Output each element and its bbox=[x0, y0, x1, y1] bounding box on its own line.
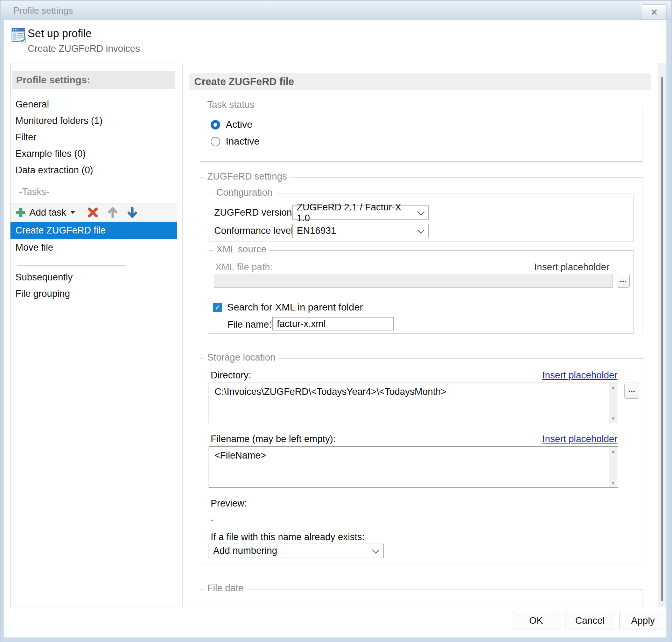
sidebar-panel: Profile settings: General Monitored fold… bbox=[10, 63, 177, 607]
directory-scrollbar[interactable] bbox=[609, 383, 617, 423]
dialog-header: Set up profile Create ZUGFeRD invoices bbox=[4, 20, 666, 60]
filename-label: Filename (may be left empty): bbox=[211, 434, 336, 445]
directory-textarea[interactable]: C:\Invoices\ZUGFeRD\<TodaysYear4>\<Today… bbox=[209, 383, 618, 423]
xml-source-legend: XML source bbox=[213, 244, 270, 255]
directory-insert-placeholder-link[interactable]: Insert placeholder bbox=[542, 370, 617, 381]
file-name-input[interactable]: factur-x.xml bbox=[272, 317, 394, 330]
storage-location-group: Storage location Directory: Insert place… bbox=[200, 358, 644, 565]
active-radio[interactable] bbox=[211, 120, 220, 130]
active-radio-label: Active bbox=[226, 119, 252, 130]
add-icon bbox=[15, 207, 26, 218]
move-up-icon bbox=[107, 207, 118, 218]
xml-insert-placeholder[interactable]: Insert placeholder bbox=[534, 262, 609, 273]
file-name-label: File name: bbox=[227, 319, 272, 330]
xml-file-path-input[interactable] bbox=[214, 274, 613, 288]
filename-textarea[interactable]: <FileName> bbox=[209, 446, 618, 488]
xml-browse-button[interactable]: ... bbox=[617, 274, 630, 288]
storage-location-legend: Storage location bbox=[204, 352, 279, 363]
sidebar-item-file-grouping[interactable]: File grouping bbox=[10, 286, 177, 302]
dialog-content: Profile settings: General Monitored fold… bbox=[4, 60, 666, 607]
ok-button[interactable]: OK bbox=[512, 612, 560, 629]
sidebar-item-general[interactable]: General bbox=[10, 96, 177, 113]
xml-source-group: XML source XML file path: Insert placeho… bbox=[209, 250, 634, 334]
file-exists-label: If a file with this name already exists: bbox=[211, 532, 365, 543]
conformance-level-select[interactable]: EN16931 bbox=[292, 224, 429, 238]
window-title: Profile settings bbox=[13, 1, 73, 20]
file-exists-value: Add numbering bbox=[213, 545, 277, 556]
move-down-icon bbox=[127, 207, 138, 218]
search-xml-checkbox[interactable] bbox=[213, 303, 222, 312]
filename-value: <FileName> bbox=[215, 450, 604, 461]
search-xml-checkbox-label: Search for XML in parent folder bbox=[227, 302, 363, 313]
inactive-radio-label: Inactive bbox=[226, 136, 260, 147]
delete-icon bbox=[87, 207, 98, 218]
file-date-group: File date bbox=[200, 589, 643, 607]
task-item-create-zugferd-file[interactable]: Create ZUGFeRD file bbox=[10, 222, 177, 239]
zugferd-version-label: ZUGFeRD version: bbox=[214, 207, 295, 218]
sidebar-item-filter[interactable]: Filter bbox=[10, 129, 177, 146]
page-subtitle: Create ZUGFeRD invoices bbox=[28, 43, 140, 54]
directory-value: C:\Invoices\ZUGFeRD\<TodaysYear4>\<Today… bbox=[215, 386, 604, 397]
conformance-level-value: EN16931 bbox=[297, 225, 336, 236]
add-task-label: Add task bbox=[29, 207, 66, 218]
filename-insert-placeholder-link[interactable]: Insert placeholder bbox=[542, 434, 617, 445]
chevron-down-icon bbox=[372, 546, 379, 553]
filename-scrollbar[interactable] bbox=[609, 447, 617, 487]
move-task-up-button[interactable] bbox=[104, 203, 121, 222]
add-task-button[interactable]: Add task bbox=[10, 203, 79, 222]
conformance-level-label: Conformance level: bbox=[214, 225, 296, 236]
add-task-dropdown-caret-icon bbox=[70, 211, 75, 214]
dialog-window: Profile settings ✕ Set up profile Create… bbox=[0, 0, 672, 642]
configuration-legend: Configuration bbox=[213, 187, 276, 198]
sidebar-item-subsequently[interactable]: Subsequently bbox=[10, 269, 177, 286]
directory-browse-button[interactable]: ... bbox=[624, 383, 639, 399]
task-status-legend: Task status bbox=[204, 99, 258, 110]
dialog-client-area: Set up profile Create ZUGFeRD invoices P… bbox=[4, 20, 666, 637]
zugferd-version-value: ZUGFeRD 2.1 / Factur-X 1.0 bbox=[297, 202, 413, 224]
close-button[interactable]: ✕ bbox=[642, 5, 666, 20]
main-scrollbar-track[interactable] bbox=[658, 63, 666, 607]
task-item-move-file[interactable]: Move file bbox=[10, 239, 177, 256]
apply-button[interactable]: Apply bbox=[619, 612, 666, 629]
task-toolbar: Add task bbox=[10, 203, 177, 222]
zugferd-settings-legend: ZUGFeRD settings bbox=[204, 171, 290, 182]
directory-label: Directory: bbox=[211, 370, 251, 381]
zugferd-version-select[interactable]: ZUGFeRD 2.1 / Factur-X 1.0 bbox=[292, 205, 429, 220]
move-task-down-button[interactable] bbox=[124, 203, 141, 222]
sidebar-item-monitored-folders[interactable]: Monitored folders (1) bbox=[10, 113, 177, 129]
sidebar-separator bbox=[18, 265, 126, 266]
tasks-section-label: -Tasks- bbox=[10, 184, 177, 200]
chevron-down-icon bbox=[417, 208, 425, 215]
preview-value: - bbox=[211, 514, 214, 525]
inactive-radio[interactable] bbox=[211, 137, 220, 146]
file-exists-select[interactable]: Add numbering bbox=[209, 544, 384, 558]
sidebar-item-example-files[interactable]: Example files (0) bbox=[10, 146, 177, 162]
task-status-group: Task status Active Inactive bbox=[200, 106, 643, 162]
chevron-down-icon bbox=[417, 226, 425, 233]
main-scrollbar-thumb[interactable] bbox=[661, 77, 663, 601]
preview-label: Preview: bbox=[211, 498, 247, 509]
page-title: Set up profile bbox=[28, 27, 92, 40]
file-date-legend: File date bbox=[204, 583, 247, 594]
zugferd-settings-group: ZUGFeRD settings Configuration ZUGFeRD v… bbox=[200, 177, 643, 334]
xml-file-path-label: XML file path: bbox=[215, 262, 273, 273]
panel-divider bbox=[182, 63, 183, 607]
configuration-group: Configuration ZUGFeRD version: ZUGFeRD 2… bbox=[209, 194, 634, 242]
button-bar: OK Cancel Apply bbox=[4, 607, 666, 637]
sidebar-header: Profile settings: bbox=[12, 71, 175, 89]
sidebar-item-data-extraction[interactable]: Data extraction (0) bbox=[10, 162, 177, 179]
cancel-button[interactable]: Cancel bbox=[566, 612, 614, 629]
profile-window-icon bbox=[12, 27, 27, 44]
delete-task-button[interactable] bbox=[84, 203, 102, 222]
main-panel-title: Create ZUGFeRD file bbox=[189, 73, 651, 90]
title-bar[interactable]: Profile settings bbox=[1, 1, 671, 20]
